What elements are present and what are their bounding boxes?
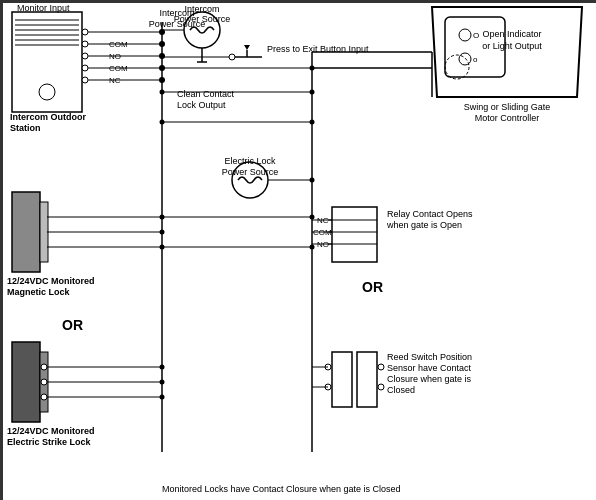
svg-text:Electric Lock: Electric Lock: [224, 156, 276, 166]
svg-text:Motor Controller: Motor Controller: [475, 113, 540, 123]
svg-text:Lock Output: Lock Output: [177, 100, 226, 110]
svg-text:Open Indicator: Open Indicator: [482, 29, 541, 39]
svg-point-65: [160, 230, 165, 235]
svg-point-120: [378, 384, 384, 390]
svg-rect-56: [12, 192, 40, 272]
svg-point-98: [310, 178, 315, 183]
svg-point-78: [160, 365, 165, 370]
svg-point-45: [159, 53, 165, 59]
svg-text:o: o: [473, 55, 478, 64]
svg-text:OR: OR: [362, 279, 383, 295]
svg-text:or Light Output: or Light Output: [482, 41, 542, 51]
svg-text:Power Source: Power Source: [174, 14, 231, 24]
svg-rect-99: [332, 207, 377, 262]
svg-point-74: [41, 394, 47, 400]
svg-text:when gate is Open: when gate is Open: [386, 220, 462, 230]
svg-point-47: [159, 77, 165, 83]
svg-text:Intercom Outdoor: Intercom Outdoor: [10, 112, 86, 122]
svg-point-13: [82, 65, 88, 71]
svg-point-88: [160, 90, 165, 95]
svg-point-80: [160, 395, 165, 400]
svg-point-73: [41, 379, 47, 385]
svg-point-10: [82, 29, 88, 35]
svg-point-92: [310, 120, 315, 125]
svg-text:Closure when gate is: Closure when gate is: [387, 374, 472, 384]
svg-point-12: [82, 53, 88, 59]
svg-text:Power Source: Power Source: [222, 167, 279, 177]
svg-text:Intercom: Intercom: [184, 4, 219, 14]
svg-text:Station: Station: [10, 123, 41, 133]
svg-text:Reed Switch Position: Reed Switch Position: [387, 352, 472, 362]
svg-text:12/24VDC Monitored: 12/24VDC Monitored: [7, 426, 95, 436]
wiring-diagram: Monitor Input COM NO COM NC Intercom Out…: [0, 0, 596, 500]
svg-text:Monitored Locks have Contact C: Monitored Locks have Contact Closure whe…: [162, 484, 401, 494]
svg-point-50: [229, 54, 235, 60]
svg-point-119: [378, 364, 384, 370]
svg-point-128: [459, 29, 471, 41]
svg-text:Relay Contact Opens: Relay Contact Opens: [387, 209, 473, 219]
svg-point-94: [310, 215, 315, 220]
svg-rect-70: [12, 342, 40, 422]
svg-point-91: [160, 120, 165, 125]
svg-point-44: [159, 41, 165, 47]
svg-point-11: [82, 41, 88, 47]
svg-point-130: [459, 53, 471, 65]
svg-point-96: [310, 245, 315, 250]
svg-text:12/24VDC Monitored: 12/24VDC Monitored: [7, 276, 95, 286]
svg-rect-116: [357, 352, 377, 407]
svg-text:Magnetic Lock: Magnetic Lock: [7, 287, 71, 297]
svg-point-14: [82, 77, 88, 83]
svg-rect-60: [40, 202, 48, 262]
svg-point-72: [41, 364, 47, 370]
svg-text:Monitor Input: Monitor Input: [17, 3, 70, 13]
svg-point-8: [39, 84, 55, 100]
svg-text:Clean Contact: Clean Contact: [177, 89, 235, 99]
svg-text:Swing or Sliding Gate: Swing or Sliding Gate: [464, 102, 551, 112]
svg-text:O: O: [473, 31, 479, 40]
svg-text:Sensor have Contact: Sensor have Contact: [387, 363, 472, 373]
svg-text:Closed: Closed: [387, 385, 415, 395]
svg-rect-115: [332, 352, 352, 407]
svg-text:OR: OR: [62, 317, 83, 333]
svg-text:Electric Strike Lock: Electric Strike Lock: [7, 437, 92, 447]
svg-point-79: [160, 380, 165, 385]
svg-point-89: [310, 90, 315, 95]
